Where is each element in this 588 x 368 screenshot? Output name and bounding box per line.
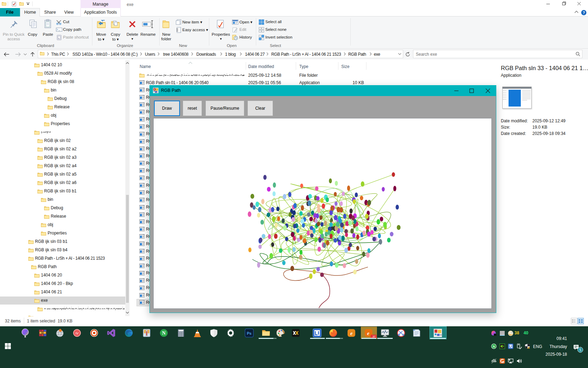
svg-text:IV: IV: [76, 332, 79, 335]
svg-text:N: N: [493, 345, 495, 348]
svg-text:e: e: [367, 330, 370, 336]
svg-text:N: N: [162, 330, 166, 336]
svg-text:Ps: Ps: [247, 331, 251, 335]
svg-text:?: ?: [583, 11, 585, 15]
svg-text:7: 7: [503, 361, 504, 363]
svg-text:e: e: [350, 330, 353, 336]
